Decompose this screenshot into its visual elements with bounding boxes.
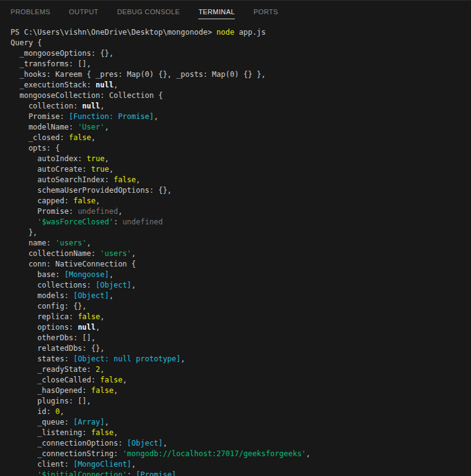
terminal-line: _queue: [Array], — [11, 417, 471, 428]
terminal-line: relatedDbs: {}, — [11, 343, 471, 354]
terminal-line: autoCreate: true, — [11, 164, 471, 175]
tab-label: DEBUG CONSOLE — [117, 8, 180, 19]
terminal-line: '$wasForceClosed': undefined — [11, 217, 471, 227]
terminal-line: _connectionString: 'mongodb://localhost:… — [11, 449, 471, 459]
terminal-line: Promise: [Function: Promise], — [11, 112, 471, 122]
terminal-line: states: [Object: null prototype], — [11, 354, 471, 364]
terminal-line: _executionStack: null, — [11, 80, 471, 90]
terminal-panel: PROBLEMSOUTPUTDEBUG CONSOLETERMINALPORTS… — [0, 0, 471, 476]
terminal-line: _hasOpened: false, — [11, 386, 471, 396]
terminal-line: PS C:\Users\vishn\OneDrive\Desktop\mongo… — [11, 27, 471, 38]
tab-ports[interactable]: PORTS — [253, 1, 278, 19]
terminal-line: }, — [11, 227, 471, 238]
terminal-line: _transforms: [], — [11, 59, 471, 69]
terminal-line: _closed: false, — [11, 133, 471, 143]
terminal-line: Query { — [11, 38, 471, 48]
terminal-line: autoIndex: true, — [11, 154, 471, 164]
terminal-line: '$initialConnection': [Promise], — [11, 470, 471, 476]
terminal-line: Promise: undefined, — [11, 206, 471, 217]
terminal-line: _hooks: Kareem { _pres: Map(0) {}, _post… — [11, 69, 471, 80]
terminal-line: autoSearchIndex: false, — [11, 175, 471, 185]
tab-debug-console[interactable]: DEBUG CONSOLE — [117, 1, 180, 19]
terminal-line: base: [Mongoose], — [11, 270, 471, 280]
terminal-line: _listening: false, — [11, 428, 471, 438]
tab-problems[interactable]: PROBLEMS — [11, 1, 50, 19]
terminal-output[interactable]: PS C:\Users\vishn\OneDrive\Desktop\mongo… — [0, 22, 471, 476]
tab-terminal[interactable]: TERMINAL — [198, 1, 235, 19]
terminal-line: _mongooseOptions: {}, — [11, 48, 471, 59]
terminal-line: capped: false, — [11, 196, 471, 206]
terminal-line: replica: false, — [11, 312, 471, 322]
terminal-line: collectionName: 'users', — [11, 249, 471, 259]
terminal-line: client: [MongoClient], — [11, 459, 471, 470]
terminal-line: modelName: 'User', — [11, 122, 471, 133]
tab-label: PORTS — [253, 8, 278, 19]
terminal-line: opts: { — [11, 143, 471, 154]
terminal-line: schemaUserProvidedOptions: {}, — [11, 185, 471, 196]
terminal-line: collection: null, — [11, 101, 471, 112]
tab-label: PROBLEMS — [11, 8, 50, 19]
terminal-line: _closeCalled: false, — [11, 375, 471, 386]
terminal-line: plugins: [], — [11, 396, 471, 407]
terminal-line: mongooseCollection: Collection { — [11, 90, 471, 101]
tab-label: TERMINAL — [198, 8, 235, 19]
terminal-line: conn: NativeConnection { — [11, 259, 471, 270]
terminal-line: otherDbs: [], — [11, 333, 471, 343]
terminal-line: _readyState: 2, — [11, 364, 471, 375]
terminal-line: options: null, — [11, 322, 471, 333]
terminal-line: config: {}, — [11, 301, 471, 312]
terminal-line: name: 'users', — [11, 238, 471, 249]
terminal-line: collections: [Object], — [11, 280, 471, 291]
tab-output[interactable]: OUTPUT — [69, 1, 99, 19]
panel-tab-bar: PROBLEMSOUTPUTDEBUG CONSOLETERMINALPORTS — [0, 1, 471, 22]
terminal-line: _connectionOptions: [Object], — [11, 438, 471, 449]
terminal-line: id: 0, — [11, 407, 471, 417]
terminal-line: models: [Object], — [11, 291, 471, 301]
tab-label: OUTPUT — [69, 8, 99, 19]
